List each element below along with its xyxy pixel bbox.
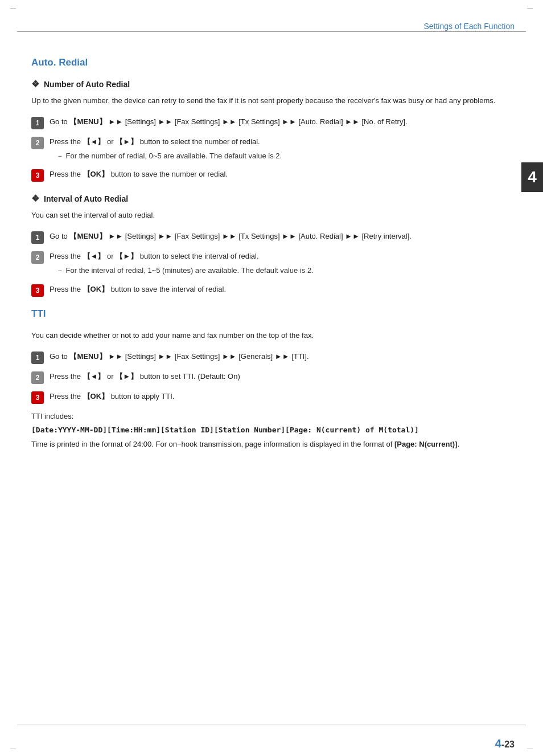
step-content-3c: Press the 【OK】 button to apply TTI. bbox=[50, 391, 512, 403]
header-title: Settings of Each Function bbox=[423, 22, 515, 31]
step-note-2a: － For the number of redial, 0~5 are avai… bbox=[56, 150, 512, 162]
step-row-1b: 1 Go to 【MENU】 ►► [Settings] ►► [Fax Set… bbox=[31, 231, 512, 244]
step-content-2b: Press the 【◄】 or 【►】 button to select th… bbox=[50, 251, 512, 277]
footer-page-number: 4-23 bbox=[495, 737, 515, 750]
step-badge-3c: 3 bbox=[31, 391, 44, 404]
section-title-auto-redial: Auto. Redial bbox=[31, 57, 512, 68]
chapter-tab: 4 bbox=[521, 162, 543, 192]
footer-chapter: 4 bbox=[495, 737, 501, 750]
subsection-title-interval: ❖ Interval of Auto Redial bbox=[31, 193, 512, 204]
subsection-title-number: ❖ Number of Auto Redial bbox=[31, 79, 512, 89]
step-badge-2b: 2 bbox=[31, 251, 44, 264]
step-row-2c: 2 Press the 【◄】 or 【►】 button to set TTI… bbox=[31, 371, 512, 384]
step-row-3c: 3 Press the 【OK】 button to apply TTI. bbox=[31, 391, 512, 404]
step-content-1c: Go to 【MENU】 ►► [Settings] ►► [Fax Setti… bbox=[50, 351, 512, 363]
body-text-tti: You can decide whether or not to add you… bbox=[31, 330, 512, 342]
step-note-2b: － For the interval of redial, 1~5 (minut… bbox=[56, 265, 512, 277]
body-text-interval: You can set the interval of auto redial. bbox=[31, 210, 512, 222]
step-badge-2a: 2 bbox=[31, 137, 44, 149]
step-row-2a: 2 Press the 【◄】 or 【►】 button to select … bbox=[31, 136, 512, 162]
subsection-interval-of-auto-redial: ❖ Interval of Auto Redial You can set th… bbox=[31, 193, 512, 296]
body-text-number: Up to the given number, the device can r… bbox=[31, 95, 512, 107]
step-row-3b: 3 Press the 【OK】 button to save the inte… bbox=[31, 284, 512, 297]
tti-includes-label: TTI includes: bbox=[31, 411, 512, 423]
step-badge-1b: 1 bbox=[31, 231, 44, 244]
section-auto-redial: Auto. Redial ❖ Number of Auto Redial Up … bbox=[31, 57, 512, 297]
subsection-number-of-auto-redial: ❖ Number of Auto Redial Up to the given … bbox=[31, 79, 512, 182]
step-badge-2c: 2 bbox=[31, 371, 44, 384]
step-row-1a: 1 Go to 【MENU】 ►► [Settings] ►► [Fax Set… bbox=[31, 116, 512, 129]
footer-subpage: 23 bbox=[504, 739, 515, 749]
step-content-2c: Press the 【◄】 or 【►】 button to set TTI. … bbox=[50, 371, 512, 383]
tti-format: [Date:YYYY-MM-DD][Time:HH:mm][Station ID… bbox=[31, 426, 512, 434]
step-content-1b: Go to 【MENU】 ►► [Settings] ►► [Fax Setti… bbox=[50, 231, 512, 243]
page-footer: 4-23 bbox=[0, 725, 543, 756]
step-badge-3a: 3 bbox=[31, 169, 44, 182]
section-title-tti: TTI bbox=[31, 308, 512, 320]
tti-note: Time is printed in the format of 24:00. … bbox=[31, 439, 512, 451]
step-content-3a: Press the 【OK】 button to save the number… bbox=[50, 169, 512, 181]
header-line bbox=[17, 31, 526, 32]
diamond-icon-2: ❖ bbox=[31, 193, 39, 204]
page-header: Settings of Each Function bbox=[0, 0, 543, 51]
footer-line bbox=[17, 725, 526, 725]
section-tti: TTI You can decide whether or not to add… bbox=[31, 308, 512, 451]
page-container: — — — — Settings of Each Function 4 Auto… bbox=[0, 0, 543, 756]
chapter-number: 4 bbox=[528, 168, 537, 186]
step-row-2b: 2 Press the 【◄】 or 【►】 button to select … bbox=[31, 251, 512, 277]
step-content-2a: Press the 【◄】 or 【►】 button to select th… bbox=[50, 136, 512, 162]
step-content-3b: Press the 【OK】 button to save the interv… bbox=[50, 284, 512, 296]
step-content-1a: Go to 【MENU】 ►► [Settings] ►► [Fax Setti… bbox=[50, 116, 512, 128]
step-row-1c: 1 Go to 【MENU】 ►► [Settings] ►► [Fax Set… bbox=[31, 351, 512, 364]
diamond-icon-1: ❖ bbox=[31, 79, 39, 89]
main-content: Auto. Redial ❖ Number of Auto Redial Up … bbox=[31, 51, 512, 722]
step-badge-1a: 1 bbox=[31, 117, 44, 129]
step-row-3a: 3 Press the 【OK】 button to save the numb… bbox=[31, 169, 512, 182]
tti-note-bold: [Page: N(current)] bbox=[394, 440, 458, 448]
step-badge-3b: 3 bbox=[31, 284, 44, 297]
step-badge-1c: 1 bbox=[31, 352, 44, 364]
